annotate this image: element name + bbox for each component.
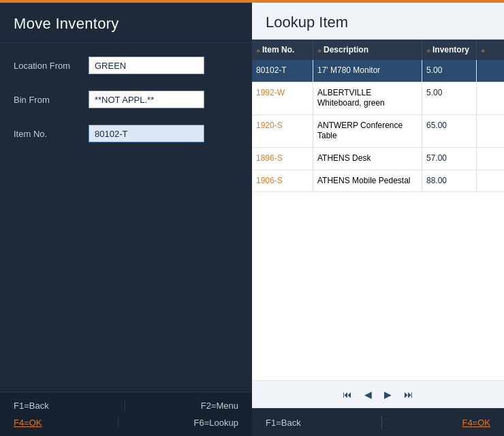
sort-icon-desc: ⬦ — [317, 46, 321, 54]
cell-item-no: 1896-S — [252, 148, 313, 170]
lookup-table: ⬦ Item No. ⬦ Description ⬦ Inventory ⬦ 8… — [252, 40, 504, 380]
cell-extra — [477, 170, 504, 192]
sort-icon-inv: ⬦ — [426, 46, 430, 54]
inventory-value: 65.00 — [426, 121, 447, 130]
right-footer-divider — [381, 416, 382, 429]
table-row[interactable]: 80102-T17' M780 Monitor5.00 — [252, 60, 504, 82]
left-footer: F1=Back F2=Menu F4=OK F6=Lookup — [0, 392, 252, 436]
cell-description: 17' M780 Monitor — [313, 60, 422, 82]
inventory-value: 57.00 — [426, 153, 447, 163]
item-no-input[interactable] — [89, 125, 204, 142]
cell-inventory: 57.00 — [422, 148, 477, 170]
first-page-button[interactable]: ⏮ — [338, 388, 356, 401]
cell-item-no: 1992-W — [252, 82, 313, 114]
f1-back-button[interactable]: F1=Back — [14, 401, 49, 411]
col-desc-label: Description — [324, 45, 368, 54]
prev-page-button[interactable]: ◀ — [360, 388, 376, 401]
item-no-value: 80102-T — [256, 65, 287, 75]
cell-description: ATHENS Desk — [313, 148, 422, 170]
right-header: Lookup Item — [252, 3, 504, 40]
right-panel: Lookup Item ⬦ Item No. ⬦ Description ⬦ I… — [252, 0, 504, 436]
col-inv-label: Inventory — [432, 45, 469, 54]
col-header-inv: ⬦ Inventory — [422, 40, 477, 60]
f6-lookup-button[interactable]: F6=Lookup — [194, 418, 238, 428]
item-no-value: 1896-S — [256, 153, 283, 163]
location-from-row: Location From — [14, 57, 238, 74]
left-header: Move Inventory — [0, 3, 252, 43]
table-row[interactable]: 1920-SANTWERP Conference Table65.00 — [252, 115, 504, 148]
col-header-item: ⬦ Item No. — [252, 40, 313, 60]
item-no-value: 1992-W — [256, 88, 285, 97]
left-panel: Move Inventory Location From Bin From It… — [0, 0, 252, 436]
cell-extra — [477, 148, 504, 170]
right-footer: F1=Back F4=OK — [252, 408, 504, 436]
f2-menu-button[interactable]: F2=Menu — [201, 401, 238, 411]
bin-from-input[interactable] — [89, 91, 204, 108]
cell-inventory: 5.00 — [422, 82, 477, 114]
table-row[interactable]: 1992-WALBERTVILLE Whiteboard, green5.00 — [252, 82, 504, 115]
inventory-value: 5.00 — [426, 65, 442, 75]
bin-from-label: Bin From — [14, 95, 89, 105]
table-body: 80102-T17' M780 Monitor5.001992-WALBERTV… — [252, 60, 504, 380]
cell-description: ATHENS Mobile Pedestal — [313, 170, 422, 192]
item-no-value: 1906-S — [256, 176, 283, 185]
cell-extra — [477, 115, 504, 147]
table-row[interactable]: 1896-SATHENS Desk57.00 — [252, 148, 504, 170]
inventory-value: 88.00 — [426, 176, 447, 185]
next-page-button[interactable]: ▶ — [380, 388, 396, 401]
col-header-extra: ⬦ — [477, 40, 504, 60]
item-no-row: Item No. — [14, 125, 238, 142]
cell-description: ALBERTVILLE Whiteboard, green — [313, 82, 422, 114]
cell-item-no: 1906-S — [252, 170, 313, 192]
col-header-desc: ⬦ Description — [313, 40, 422, 60]
cell-description: ANTWERP Conference Table — [313, 115, 422, 147]
cell-inventory: 65.00 — [422, 115, 477, 147]
footer-divider-2 — [118, 418, 119, 428]
right-f4-ok-button[interactable]: F4=OK — [462, 418, 490, 428]
item-no-value: 1920-S — [256, 121, 283, 130]
f4-ok-button[interactable]: F4=OK — [14, 418, 42, 428]
footer-divider-1 — [125, 401, 125, 411]
table-header: ⬦ Item No. ⬦ Description ⬦ Inventory ⬦ — [252, 40, 504, 60]
inventory-value: 5.00 — [426, 88, 442, 97]
footer-row-1: F1=Back F2=Menu — [14, 401, 238, 411]
cell-inventory: 88.00 — [422, 170, 477, 192]
sort-icon-extra: ⬦ — [481, 46, 485, 54]
footer-row-2: F4=OK F6=Lookup — [14, 418, 238, 428]
location-from-label: Location From — [14, 61, 89, 71]
cell-extra — [477, 82, 504, 114]
location-from-input[interactable] — [89, 57, 204, 74]
bin-from-row: Bin From — [14, 91, 238, 108]
cell-inventory: 5.00 — [422, 60, 477, 82]
left-form: Location From Bin From Item No. — [0, 43, 252, 392]
col-item-label: Item No. — [262, 45, 294, 54]
cell-extra — [477, 60, 504, 82]
item-no-label: Item No. — [14, 129, 89, 139]
right-title: Lookup Item — [266, 14, 490, 31]
cell-item-no: 80102-T — [252, 60, 313, 82]
sort-icon-item: ⬦ — [256, 46, 260, 54]
right-f1-back-button[interactable]: F1=Back — [266, 418, 301, 428]
pagination: ⏮ ◀ ▶ ⏭ — [252, 380, 504, 408]
cell-item-no: 1920-S — [252, 115, 313, 147]
last-page-button[interactable]: ⏭ — [400, 388, 418, 401]
left-title: Move Inventory — [14, 15, 238, 33]
table-row[interactable]: 1906-SATHENS Mobile Pedestal88.00 — [252, 170, 504, 193]
